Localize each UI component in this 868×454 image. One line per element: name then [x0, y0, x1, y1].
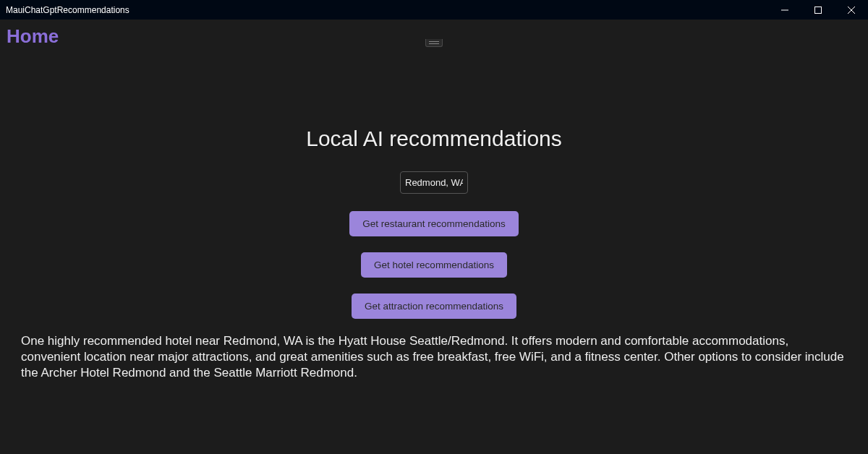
minimize-button[interactable] — [768, 0, 801, 20]
maximize-icon — [814, 7, 822, 14]
close-icon — [848, 7, 855, 14]
handle-line-icon — [429, 43, 439, 44]
recommendations-result: One highly recommended hotel near Redmon… — [21, 333, 847, 381]
main-heading: Local AI recommendations — [306, 127, 562, 151]
svg-rect-1 — [815, 7, 822, 13]
main-area: Local AI recommendations Get restaurant … — [0, 20, 868, 335]
page-title: Home — [7, 25, 59, 48]
get-hotel-recommendations-button[interactable]: Get hotel recommendations — [361, 252, 507, 278]
get-restaurant-recommendations-button[interactable]: Get restaurant recommendations — [349, 211, 518, 236]
location-input[interactable] — [400, 171, 468, 194]
close-button[interactable] — [835, 0, 868, 20]
minimize-icon — [781, 7, 788, 14]
get-attraction-recommendations-button[interactable]: Get attraction recommendations — [352, 294, 516, 319]
window-title: MauiChatGptRecommendations — [6, 5, 129, 15]
maximize-button[interactable] — [801, 0, 835, 20]
titlebar: MauiChatGptRecommendations — [0, 0, 868, 20]
drag-handle[interactable] — [425, 39, 443, 47]
window-controls — [768, 0, 868, 20]
content-area: Home Local AI recommendations Get restau… — [0, 20, 868, 454]
handle-line-icon — [429, 41, 439, 42]
